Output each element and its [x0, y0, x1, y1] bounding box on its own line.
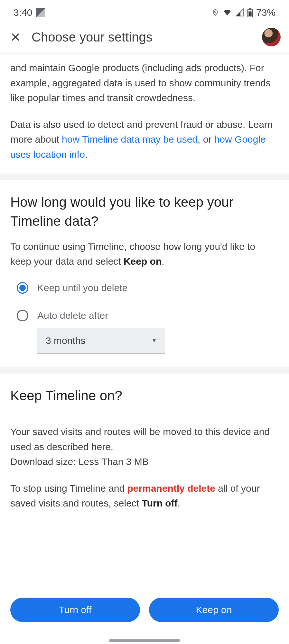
intro-paragraph-1: and maintain Google products (including … — [10, 61, 279, 106]
profile-avatar[interactable] — [262, 28, 281, 46]
timeline-data-link[interactable]: how Timeline data may be used — [62, 134, 198, 145]
close-icon — [10, 32, 21, 42]
system-nav-bar — [0, 635, 289, 644]
keep-p2: Download size: Less Than 3 MB — [10, 454, 279, 469]
keep-emphasis-bold: Turn off — [142, 498, 178, 508]
keep-heading: Keep Timeline on? — [10, 386, 279, 405]
keep-timeline-section: Keep Timeline on? Your saved visits and … — [0, 374, 289, 591]
select-value: 3 months — [46, 335, 85, 346]
nav-handle[interactable] — [109, 639, 180, 642]
page-title: Choose your settings — [32, 30, 262, 44]
radio-label: Auto delete after — [37, 310, 108, 321]
battery-percent: 73% — [256, 7, 275, 18]
radio-option-auto-delete[interactable]: Auto delete after — [17, 310, 279, 321]
intro-text: . — [85, 149, 88, 160]
cellular-icon — [236, 8, 244, 17]
retention-description: To continue using Timeline, choose how l… — [10, 239, 279, 269]
retention-section: How long would you like to keep your Tim… — [0, 180, 289, 367]
svg-point-0 — [215, 11, 216, 13]
action-button-row: Turn off Keep on — [0, 591, 289, 635]
location-icon — [212, 8, 219, 17]
app-bar: Choose your settings — [0, 21, 289, 53]
battery-icon — [247, 8, 253, 17]
keep-text: . — [178, 498, 180, 508]
section-divider — [0, 367, 289, 374]
close-button[interactable] — [8, 30, 23, 44]
status-left: 3:40 — [14, 7, 45, 18]
radio-icon — [17, 310, 28, 321]
dropdown-icon: ▼ — [151, 337, 157, 344]
retention-heading: How long would you like to keep your Tim… — [10, 193, 279, 231]
radio-icon — [17, 282, 28, 294]
retention-desc-text: . — [162, 256, 164, 267]
svg-rect-2 — [248, 12, 251, 16]
status-bar: 3:40 73% — [0, 0, 289, 21]
keep-emphasis-red: permanently delete — [127, 483, 215, 494]
auto-delete-duration-select[interactable]: 3 months ▼ — [37, 328, 165, 354]
keep-text: To stop using Timeline and — [10, 483, 127, 494]
retention-radio-group: Keep until you delete Auto delete after … — [10, 282, 279, 354]
intro-section: and maintain Google products (including … — [0, 53, 289, 174]
turn-off-button[interactable]: Turn off — [10, 598, 140, 622]
wifi-icon — [222, 8, 232, 17]
radio-option-keep-until-delete[interactable]: Keep until you delete — [17, 282, 279, 294]
app-badge-icon — [36, 8, 45, 17]
intro-paragraph-2: Data is also used to detect and prevent … — [10, 117, 279, 162]
intro-text: , or — [198, 134, 214, 145]
radio-label: Keep until you delete — [37, 282, 127, 293]
status-right: 73% — [212, 7, 275, 18]
keep-body: Your saved visits and routes will be mov… — [10, 424, 279, 511]
keep-on-button[interactable]: Keep on — [149, 598, 279, 622]
section-divider — [0, 174, 289, 180]
keep-p1: Your saved visits and routes will be mov… — [10, 424, 279, 454]
svg-rect-3 — [249, 8, 251, 9]
status-time: 3:40 — [14, 7, 32, 18]
retention-desc-bold: Keep on — [124, 256, 162, 267]
keep-p3: To stop using Timeline and permanently d… — [10, 481, 279, 511]
